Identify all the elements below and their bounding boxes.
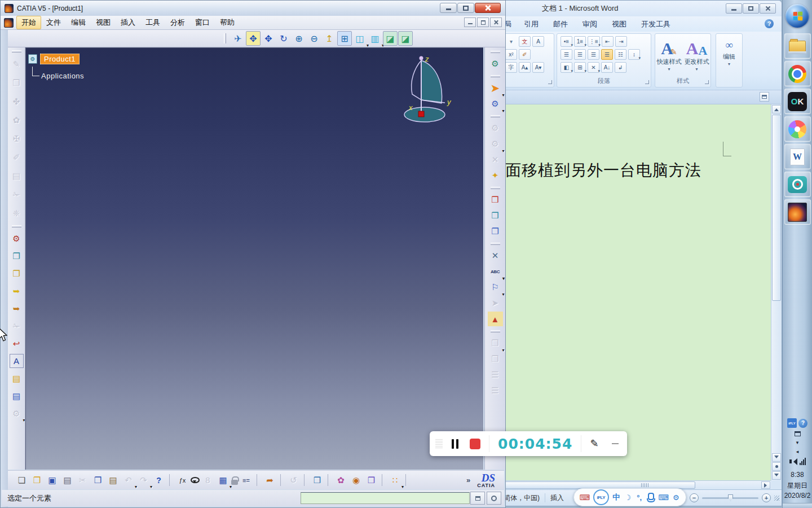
increase-indent-icon[interactable]: ⇥ [615,36,627,47]
ifly-tray-icon[interactable]: iFLY [787,418,797,428]
save-icon[interactable]: ▣ [45,473,59,487]
3d-viewport[interactable]: ⚙ Product1 Applications z y x [25,47,483,470]
pencil-tool-icon[interactable]: ✐ [10,150,24,164]
measure-icon[interactable]: ✕ [488,248,503,263]
ime-mic-icon[interactable] [647,493,655,502]
expand-tray-icon[interactable]: ▾ [796,440,799,445]
document-icon[interactable] [4,18,14,28]
link-disabled-icon[interactable]: 8 [201,473,215,487]
taskbar-item-explorer[interactable] [784,33,811,59]
document-page[interactable]: 面移植到另外一台电脑方法 [502,104,771,480]
insert-mode-status[interactable]: 插入 [550,493,564,503]
gear-select-icon[interactable]: ⚙ [488,97,503,111]
menu-item[interactable]: 窗口 [190,16,215,29]
menu-item[interactable]: 分析 [165,16,190,29]
help-icon[interactable]: ? [765,19,774,28]
ime-halfmoon-icon[interactable]: ☽ [624,493,632,502]
ime-punctuation-icon[interactable]: °, [635,493,643,502]
minimize-button[interactable] [440,3,457,13]
show-desktop-button[interactable] [783,503,812,508]
stamp-icon[interactable]: ▲ [488,312,503,326]
box-tool-icon[interactable]: ❒ [10,76,24,90]
ime-chinese-mode-icon[interactable]: 中 [612,492,620,502]
pan-icon[interactable]: ✥ [261,31,276,46]
dialog-launcher-icon[interactable] [645,80,649,84]
toolbar-grip[interactable] [491,243,500,245]
vertical-scrollbar[interactable] [771,104,782,480]
pattern-tool-icon[interactable]: ❈ [10,206,24,220]
knowledge-list-icon[interactable]: ≡= [239,473,253,487]
open-folder-icon[interactable]: ❐ [30,473,44,487]
zoom-slider[interactable] [702,497,758,499]
menu-item[interactable]: 帮助 [215,16,240,29]
shading-icon[interactable]: ◪ [383,31,398,46]
grow-font-icon[interactable]: A▴ [519,62,531,73]
shape-tool-icon[interactable]: ✤ [10,94,24,108]
font-size-dropdown-icon[interactable]: ▾ [505,36,517,47]
org-chart-yellow-icon[interactable]: ▤ [10,371,24,386]
tree-node-product[interactable]: ⚙ Product1 [28,54,80,64]
ribbon-tab[interactable]: 邮件 [546,16,575,32]
shading-edges-icon[interactable]: ◪ [398,31,413,46]
clock[interactable]: 8:38 星期日 2020/8/2 [784,470,811,501]
flag-note-icon[interactable]: ⚐ [488,280,503,295]
ribbon-tab[interactable]: 审阅 [575,16,604,32]
cubes-icon[interactable]: ❒ [364,473,378,487]
menu-item[interactable]: 文件 [41,16,66,29]
doc-gear-icon[interactable]: ❐ [10,249,24,263]
ime-keyboard-status-icon[interactable]: ⌨ [579,493,590,502]
dialog-launcher-icon[interactable] [705,80,709,84]
language-status[interactable]: 简体，中国) [504,493,540,503]
box-disabled-icon[interactable]: ❒ [488,336,503,351]
word-titlebar[interactable]: 文档 1 - Microsoft Word [502,1,782,16]
redo-icon[interactable]: ↷ [136,473,151,487]
scissors-disabled-icon[interactable]: ✁ [10,319,24,333]
menu-item[interactable]: 插入 [116,16,140,29]
print-icon[interactable]: ▤ [60,473,74,487]
toolbar-overflow-chevron[interactable]: » [466,476,470,484]
character-border-icon[interactable]: A [532,36,544,47]
product-node-label[interactable]: Product1 [40,54,80,64]
toolbar-grip[interactable] [491,187,500,189]
product-cube-icon[interactable]: ❒ [488,192,503,207]
taskbar-item-pinwheel-app[interactable] [784,116,811,142]
bullets-icon[interactable]: •≡ [561,36,572,47]
table-icon[interactable]: ▦ [216,473,230,487]
scroll-right-button[interactable] [761,481,770,489]
part-doc-icon[interactable]: ❐ [488,224,503,239]
collapse-tray-icon[interactable]: ◂ [796,449,799,454]
drag-handle-icon[interactable] [435,439,443,448]
toolbar-separator[interactable] [257,474,262,486]
power-input-toggle-button[interactable] [487,492,501,505]
toolbar-separator[interactable] [382,474,387,486]
toolbar-handle[interactable] [224,33,226,43]
speaker-icon[interactable] [789,458,797,465]
dialog-launcher-icon[interactable] [548,80,552,84]
arrow-3d-disabled-icon[interactable]: ➤ [488,296,503,310]
scrollbar-thumb[interactable] [772,115,781,301]
dialog-toggle-button[interactable] [470,492,485,505]
gears-plane-icon[interactable]: ⚙ [488,56,503,71]
applications-node-label[interactable]: Applications [41,72,84,80]
snap-disabled-icon[interactable]: ✕ [488,152,503,167]
change-styles-button[interactable]: AA 更改样式 [685,37,709,72]
borders-icon[interactable]: ⊞ [574,62,586,73]
multilevel-list-icon[interactable]: ⋮≡ [588,36,600,47]
doc-gears-icon[interactable]: ❐ [10,266,24,281]
mdi-close-button[interactable] [490,17,502,27]
material-icon[interactable]: ✿ [334,473,348,487]
pen-annotate-icon[interactable]: ✎ [590,437,598,450]
taskbar-item-catia[interactable] [784,199,811,225]
iso-view-icon[interactable]: ◫ [352,31,367,46]
editing-button[interactable]: ∞ 编辑 [716,34,742,67]
box2-disabled-icon[interactable]: ❒ [488,352,503,366]
toolbar-separator[interactable] [405,474,411,486]
component-cube-icon[interactable]: ❒ [488,208,503,223]
comment-icon[interactable] [191,477,200,483]
maximize-button[interactable] [743,3,759,14]
cut-icon[interactable]: ✂ [76,473,90,487]
next-page-button[interactable] [772,471,781,480]
paste-icon[interactable]: ▤ [106,473,120,487]
network-signal-icon[interactable] [800,458,806,465]
toolbar-grip[interactable] [491,75,500,77]
